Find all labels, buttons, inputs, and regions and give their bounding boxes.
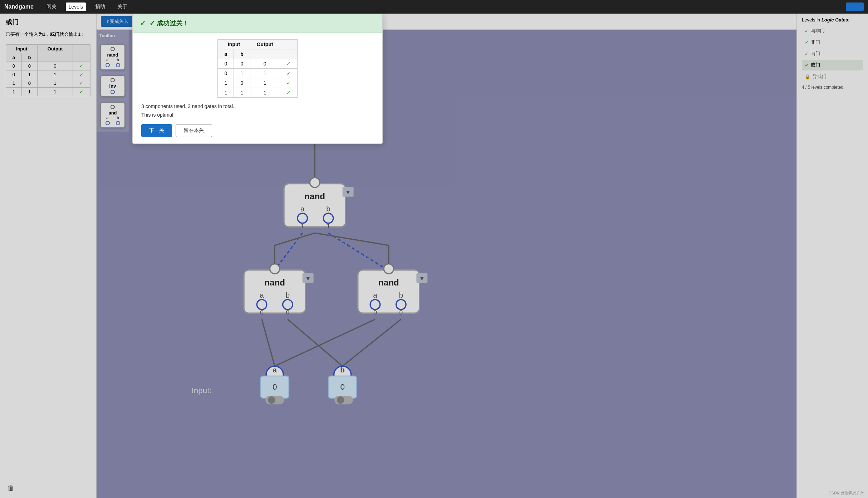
table-row: 000✓ — [218, 59, 297, 69]
table-row: 101✓ — [218, 78, 297, 88]
nav-gate[interactable]: 阅关 — [44, 2, 59, 11]
modal-truth-table: Input Output a b 000✓011✓101✓111✓ — [217, 39, 297, 98]
modal-optimal: This is optimal! — [141, 112, 374, 118]
modal-success-banner: ✓ ✓ 成功过关！ — [133, 14, 382, 33]
nav-about[interactable]: 关于 — [114, 2, 130, 11]
nav-bar: Nandgame 阅关 Levels 捐助 关于 — [0, 0, 868, 14]
nav-donate[interactable]: 捐助 — [92, 2, 108, 11]
success-modal: ✓ ✓ 成功过关！ Input Output a b — [132, 14, 383, 144]
modal-check-header — [280, 40, 297, 49]
modal-output-header: Output — [250, 40, 280, 49]
modal-input-header: Input — [218, 40, 250, 49]
success-checkmark: ✓ — [140, 19, 146, 28]
modal-col-out — [250, 49, 280, 59]
modal-actions: 下一关 留在本关 — [141, 124, 374, 137]
modal-overlay: ✓ ✓ 成功过关！ Input Output a b — [0, 14, 868, 498]
table-row: 111✓ — [218, 88, 297, 98]
nav-levels[interactable]: Levels — [66, 3, 86, 11]
stay-button[interactable]: 留在本关 — [176, 124, 212, 137]
app-logo: Nandgame — [4, 4, 34, 10]
nav-action-button[interactable] — [846, 3, 864, 11]
next-level-button[interactable]: 下一关 — [141, 124, 172, 137]
modal-col-b: b — [234, 49, 250, 59]
modal-stats: 3 components used. 3 nand gates in total… — [141, 103, 374, 109]
table-row: 011✓ — [218, 69, 297, 78]
modal-body: Input Output a b 000✓011✓101✓111✓ 3 comp… — [133, 33, 382, 143]
success-text: ✓ 成功过关！ — [149, 19, 189, 28]
modal-col-check — [280, 49, 297, 59]
modal-col-a: a — [218, 49, 234, 59]
